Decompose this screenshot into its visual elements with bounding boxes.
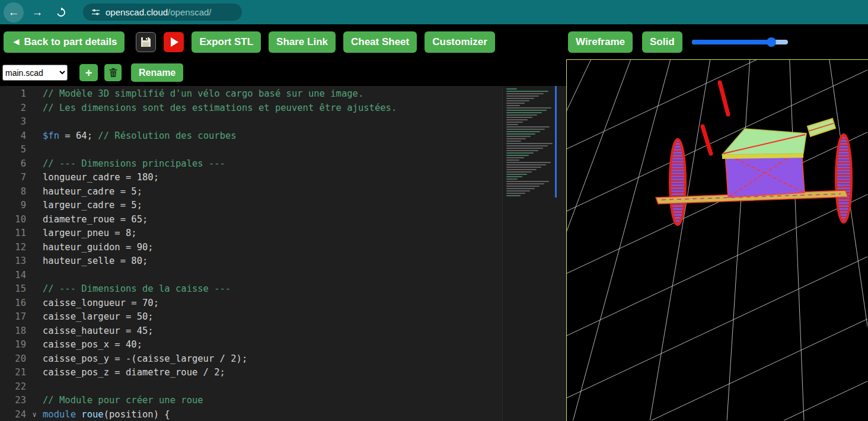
fold-gutter: [26, 143, 43, 157]
fold-gutter: [26, 366, 43, 380]
line-number: 15: [0, 282, 26, 296]
code-line[interactable]: 2// Les dimensions sont des estimations …: [0, 101, 502, 116]
code-lines[interactable]: 1// Modèle 3D simplifié d'un vélo cargo …: [0, 86, 502, 421]
code-text[interactable]: caisse_pos_y = -(caisse_largeur / 2);: [43, 352, 247, 366]
fold-gutter: [26, 241, 43, 255]
code-line[interactable]: 23// Module pour créer une roue: [0, 394, 502, 408]
customizer-button[interactable]: Customizer: [425, 31, 495, 53]
export-stl-button[interactable]: Export STL: [192, 31, 261, 53]
file-select[interactable]: main.scad: [2, 65, 68, 81]
line-number: 16: [0, 296, 26, 311]
code-line[interactable]: 15// --- Dimensions de la caisse ---: [0, 282, 502, 296]
code-text[interactable]: // Module pour créer une roue: [43, 394, 203, 408]
code-editor[interactable]: 1// Modèle 3D simplifié d'un vélo cargo …: [0, 86, 566, 421]
fold-gutter: [26, 254, 43, 269]
code-line[interactable]: 20caisse_pos_y = -(caisse_largeur / 2);: [0, 352, 502, 366]
floppy-icon: [140, 36, 152, 48]
code-line[interactable]: 1// Modèle 3D simplifié d'un vélo cargo …: [0, 87, 502, 101]
code-text[interactable]: caisse_longueur = 70;: [43, 296, 159, 311]
code-line[interactable]: 24∨module roue(position) {: [0, 408, 502, 421]
reload-icon: [56, 7, 66, 18]
code-text[interactable]: // Modèle 3D simplifié d'un vélo cargo b…: [43, 87, 363, 101]
save-button[interactable]: [136, 32, 156, 52]
code-text[interactable]: caisse_pos_x = 40;: [43, 338, 142, 352]
code-text[interactable]: caisse_largeur = 50;: [43, 310, 154, 324]
code-line[interactable]: 5: [0, 143, 502, 157]
add-file-button[interactable]: +: [79, 64, 98, 81]
code-text[interactable]: hauteur_guidon = 90;: [43, 241, 154, 255]
code-text[interactable]: diametre_roue = 65;: [43, 213, 148, 227]
minimap-scrollbar[interactable]: [555, 86, 557, 197]
fold-gutter: [26, 213, 43, 227]
code-line[interactable]: 17caisse_largeur = 50;: [0, 310, 502, 324]
browser-back-button[interactable]: ←: [4, 2, 24, 23]
line-number: 10: [0, 213, 26, 227]
main-toolbar: ◄ Back to part details Export STL Share …: [0, 24, 868, 59]
code-line[interactable]: 7longueur_cadre = 180;: [0, 171, 502, 185]
code-text[interactable]: // --- Dimensions de la caisse ---: [43, 282, 231, 296]
code-text[interactable]: module roue(position) {: [43, 408, 170, 421]
line-number: 7: [0, 171, 26, 185]
code-line[interactable]: 19caisse_pos_x = 40;: [0, 338, 502, 352]
line-number: 11: [0, 227, 26, 241]
code-line[interactable]: 4$fn = 64; // Résolution des courbes: [0, 129, 502, 143]
fold-gutter: [26, 324, 43, 339]
code-line[interactable]: 22: [0, 380, 502, 394]
url-path: /openscad/: [168, 7, 211, 17]
solid-button[interactable]: Solid: [642, 31, 682, 53]
fold-chevron-icon[interactable]: ∨: [26, 408, 43, 421]
code-line[interactable]: 8hauteur_cadre = 5;: [0, 185, 502, 199]
fold-gutter: [26, 171, 43, 185]
delete-file-button[interactable]: [104, 64, 122, 81]
code-text[interactable]: longueur_cadre = 180;: [43, 171, 159, 185]
fold-gutter: [26, 185, 43, 199]
browser-forward-button[interactable]: →: [27, 2, 47, 23]
viewport-3d[interactable]: [566, 59, 868, 421]
rename-button[interactable]: Rename: [131, 63, 183, 82]
back-arrow-icon: ←: [8, 6, 20, 19]
url-text: openscad.cloud/openscad/: [106, 7, 211, 17]
code-line[interactable]: 6// --- Dimensions principales ---: [0, 157, 502, 171]
code-line[interactable]: 14: [0, 269, 502, 283]
code-line[interactable]: 12hauteur_guidon = 90;: [0, 241, 502, 255]
address-bar[interactable]: openscad.cloud/openscad/: [83, 4, 242, 21]
code-line[interactable]: 16caisse_longueur = 70;: [0, 296, 502, 311]
app-window: ← → openscad.cloud/openscad/ ◄ Back to p…: [0, 0, 868, 421]
code-text[interactable]: largeur_pneu = 8;: [43, 227, 137, 241]
minimap[interactable]: [502, 86, 566, 421]
cheat-sheet-button[interactable]: Cheat Sheet: [343, 31, 417, 53]
code-text[interactable]: caisse_pos_z = diametre_roue / 2;: [43, 366, 225, 380]
line-number: 22: [0, 380, 26, 394]
line-number: 1: [0, 87, 26, 101]
viewport-slider[interactable]: [692, 40, 788, 44]
line-number: 6: [0, 157, 26, 171]
code-text[interactable]: // --- Dimensions principales ---: [43, 157, 225, 171]
code-text[interactable]: hauteur_cadre = 5;: [43, 185, 142, 199]
code-line[interactable]: 10diametre_roue = 65;: [0, 213, 502, 227]
play-icon: [171, 37, 178, 47]
code-text[interactable]: // Les dimensions sont des estimations e…: [43, 101, 397, 116]
viewport-slider-thumb[interactable]: [767, 37, 776, 47]
wireframe-button[interactable]: Wireframe: [568, 31, 633, 53]
fold-gutter: [26, 101, 43, 116]
code-line[interactable]: 21caisse_pos_z = diametre_roue / 2;: [0, 366, 502, 380]
code-line[interactable]: 18caisse_hauteur = 45;: [0, 324, 502, 339]
code-text[interactable]: hauteur_selle = 80;: [43, 254, 148, 269]
code-line[interactable]: 11largeur_pneu = 8;: [0, 227, 502, 241]
code-line[interactable]: 13hauteur_selle = 80;: [0, 254, 502, 269]
fold-gutter: [26, 115, 43, 129]
code-line[interactable]: 9largeur_cadre = 5;: [0, 199, 502, 213]
fold-gutter: [26, 380, 43, 394]
fold-gutter: [26, 199, 43, 213]
browser-reload-button[interactable]: [51, 2, 71, 23]
code-text[interactable]: $fn = 64; // Résolution des courbes: [43, 129, 237, 143]
view-tools: Wireframe Solid: [568, 24, 788, 59]
forward-arrow-icon: →: [32, 6, 43, 19]
code-text[interactable]: caisse_hauteur = 45;: [43, 324, 154, 339]
share-link-button[interactable]: Share Link: [269, 31, 336, 53]
render-run-button[interactable]: [164, 32, 184, 52]
code-line[interactable]: 3: [0, 115, 502, 129]
line-number: 5: [0, 143, 26, 157]
back-to-part-details-button[interactable]: ◄ Back to part details: [4, 31, 125, 53]
code-text[interactable]: largeur_cadre = 5;: [43, 199, 142, 213]
